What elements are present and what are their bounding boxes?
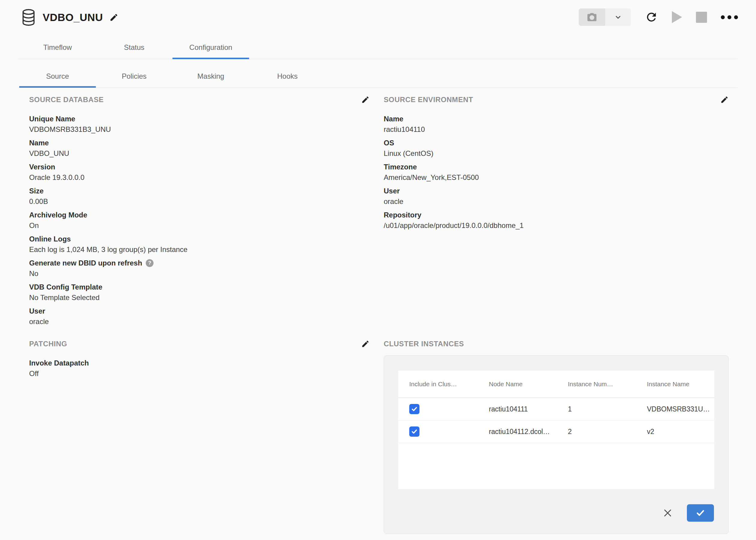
camera-icon [586, 12, 597, 23]
field-env-name: Name ractiu104110 [384, 115, 729, 134]
page-header: VDBO_UNU [22, 8, 118, 27]
main-tabs: Timeflow Status Configuration [18, 36, 738, 59]
table-empty-area [398, 443, 714, 489]
patching-section: PATCHING Invoke Datapatch Off [29, 340, 370, 383]
subtab-policies[interactable]: Policies [96, 65, 173, 87]
field-online-logs: Online Logs Each log is 1,024 MB, 3 log … [29, 235, 370, 254]
cell-instance-name: VDBOMSRB331U… [647, 405, 714, 413]
check-icon [411, 428, 418, 435]
more-options-button[interactable] [721, 15, 738, 19]
cell-node-name: ractiu104112.dcol… [489, 428, 568, 436]
edit-patching-pencil-icon[interactable] [361, 340, 370, 348]
tab-status[interactable]: Status [96, 36, 173, 59]
refresh-icon [645, 11, 658, 24]
field-name: Name VDBO_UNU [29, 139, 370, 158]
page-title: VDBO_UNU [43, 11, 103, 23]
cluster-instances-heading: CLUSTER INSTANCES [384, 340, 464, 348]
play-icon [672, 11, 682, 23]
snapshot-button-group [579, 8, 631, 26]
tab-timeflow[interactable]: Timeflow [19, 36, 96, 59]
field-version: Version Oracle 19.3.0.0.0 [29, 163, 370, 182]
cell-instance-name: v2 [647, 428, 714, 436]
edit-title-pencil-icon[interactable] [109, 13, 118, 22]
snapshot-options-button[interactable] [605, 8, 631, 26]
check-icon [411, 406, 418, 412]
subtab-hooks[interactable]: Hooks [249, 65, 326, 87]
table-row: ractiu104111 1 VDBOMSRB331U… [398, 398, 714, 421]
cancel-button[interactable] [662, 507, 673, 518]
help-icon[interactable]: ? [146, 259, 154, 267]
edit-source-database-pencil-icon[interactable] [361, 95, 370, 104]
field-invoke-datapatch: Invoke Datapatch Off [29, 359, 370, 378]
confirm-button[interactable] [687, 504, 714, 522]
database-icon [22, 9, 36, 26]
cell-instance-number: 2 [568, 428, 647, 436]
subtab-source[interactable]: Source [19, 65, 96, 87]
table-row: ractiu104112.dcol… 2 v2 [398, 421, 714, 443]
edit-source-environment-pencil-icon[interactable] [720, 95, 729, 104]
field-generate-new-dbid: Generate new DBID upon refresh ? No [29, 259, 370, 278]
include-checkbox-checked[interactable] [409, 427, 419, 437]
stop-button[interactable] [696, 12, 707, 23]
cluster-instances-card: Include in Clus… Node Name Instance Num…… [384, 355, 729, 534]
tab-configuration[interactable]: Configuration [173, 36, 249, 59]
cell-node-name: ractiu104111 [489, 405, 568, 413]
field-repository: Repository /u01/app/oracle/product/19.0.… [384, 211, 729, 230]
field-vdb-config-template: VDB Config Template No Template Selected [29, 283, 370, 302]
snapshot-camera-button[interactable] [579, 8, 605, 26]
field-unique-name: Unique Name VDBOMSRB331B3_UNU [29, 115, 370, 134]
source-database-heading: SOURCE DATABASE [29, 95, 104, 104]
field-timezone: Timezone America/New_York,EST-0500 [384, 163, 729, 182]
include-checkbox-checked[interactable] [409, 404, 419, 414]
table-header-row: Include in Clus… Node Name Instance Num…… [398, 371, 714, 398]
vdb-configuration-page: { "colors": { "accent_blue": "#3f7fd2", … [0, 0, 756, 540]
cell-instance-number: 1 [568, 405, 647, 413]
col-include-in-cluster: Include in Clus… [409, 380, 489, 388]
cluster-instances-table: Include in Clus… Node Name Instance Num…… [398, 371, 714, 489]
source-database-section: SOURCE DATABASE Unique Name VDBOMSRB331B… [29, 95, 370, 331]
col-node-name: Node Name [489, 380, 568, 388]
subtab-masking[interactable]: Masking [173, 65, 249, 87]
checkmark-icon [695, 508, 705, 518]
close-icon [663, 508, 673, 518]
stop-icon [696, 12, 707, 23]
toolbar [579, 8, 738, 26]
start-button[interactable] [672, 11, 682, 23]
field-size: Size 0.00B [29, 187, 370, 206]
configuration-subtabs: Source Policies Masking Hooks [18, 59, 738, 88]
source-environment-heading: SOURCE ENVIRONMENT [384, 95, 473, 104]
cluster-card-actions [662, 504, 714, 522]
chevron-down-icon [614, 13, 623, 22]
ellipsis-icon [721, 15, 725, 19]
patching-heading: PATCHING [29, 340, 67, 348]
cluster-instances-section: CLUSTER INSTANCES Include in Clus… Node … [384, 340, 729, 534]
source-environment-section: SOURCE ENVIRONMENT Name ractiu104110 OS … [384, 95, 729, 235]
field-user: User oracle [29, 307, 370, 326]
col-instance-name: Instance Name [647, 380, 714, 388]
col-instance-number: Instance Num… [568, 380, 647, 388]
refresh-button[interactable] [645, 11, 658, 24]
field-env-user: User oracle [384, 187, 729, 206]
field-os: OS Linux (CentOS) [384, 139, 729, 158]
field-archivelog-mode: Archivelog Mode On [29, 211, 370, 230]
